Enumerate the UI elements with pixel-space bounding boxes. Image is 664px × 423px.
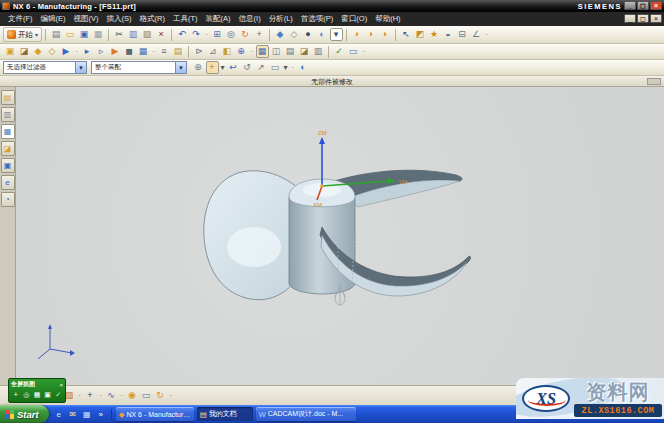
menu-window[interactable]: 窗口(O) (337, 14, 371, 24)
menu-format[interactable]: 格式(R) (136, 14, 169, 24)
arrow-up-right-icon[interactable]: ↗ (255, 61, 268, 74)
screen-capture-overlay[interactable]: 全屏抓图 × +◎▦▣✓ (8, 378, 66, 403)
toolbar-overflow-dot[interactable]: · (151, 45, 157, 58)
menu-file[interactable]: 文件(F) (4, 14, 37, 24)
close-button[interactable]: × (650, 1, 662, 10)
capture-image-icon[interactable]: ▣ (43, 389, 52, 399)
method-view-icon[interactable]: ▥ (312, 45, 325, 58)
taskbar-start-button[interactable]: Start (0, 405, 49, 423)
tool-display-icon[interactable]: ⊿ (207, 45, 220, 58)
toolbar-overflow-dot[interactable]: · (168, 389, 174, 402)
replay-toolpath-icon[interactable]: ▹ (95, 45, 108, 58)
task-word-document[interactable]: WCADCAM设计.doc - M... (256, 407, 356, 421)
measure-angle-icon[interactable]: ∠ (470, 28, 483, 41)
list-toolpath-icon[interactable]: ≡ (158, 45, 171, 58)
capture-zoom-icon[interactable]: ◎ (22, 389, 31, 399)
toolbar-overflow-dot[interactable]: · (290, 61, 296, 74)
selection-scope-combo[interactable]: 整个装配 ▼ (91, 61, 187, 74)
tab-part-navigator[interactable]: ▦ (1, 124, 15, 139)
snap-view-2-icon[interactable]: ◗ (365, 28, 378, 41)
mcs-icon[interactable]: ⊕ (235, 45, 248, 58)
graphics-viewport[interactable]: ZM YM XM (16, 87, 664, 405)
snap-point-icon[interactable]: + (206, 61, 219, 74)
mdi-close-button[interactable]: × (650, 14, 662, 23)
pan-icon[interactable]: + (253, 28, 266, 41)
create-program-icon[interactable]: ▣ (4, 45, 17, 58)
task-my-documents[interactable]: ▤我的文档 (197, 407, 253, 421)
face-analysis-icon[interactable]: ◐ (316, 28, 329, 41)
restore-button[interactable]: ◻ (637, 1, 649, 10)
quicklaunch-mail-icon[interactable]: ✉ (67, 409, 78, 420)
program-order-view-icon[interactable]: ▤ (284, 45, 297, 58)
selection-filter-icon[interactable]: ◩ (414, 28, 427, 41)
tab-constraint-navigator[interactable]: ▥ (1, 107, 15, 122)
tab-assembly-navigator[interactable]: ▤ (1, 90, 15, 105)
menu-information[interactable]: 信息(I) (235, 14, 265, 24)
geometry-view-icon[interactable]: ▦ (256, 45, 269, 58)
toolbar-overflow-dot[interactable]: · (484, 28, 490, 41)
menu-preferences[interactable]: 首选项(P) (297, 14, 338, 24)
refresh-icon[interactable]: ↻ (154, 389, 167, 402)
task-nx-manufacturing[interactable]: ◆NX 6 - Manufacturing -... (116, 407, 194, 421)
copy-icon[interactable]: ▥ (127, 28, 140, 41)
capture-ok-icon[interactable]: ✓ (54, 389, 63, 399)
toolbar-overflow-dot[interactable]: · (249, 45, 255, 58)
snap-settings-icon[interactable]: ⊛ (192, 61, 205, 74)
menu-analysis[interactable]: 分析(L) (265, 14, 297, 24)
studio-render-icon[interactable]: ● (302, 28, 315, 41)
undo-selection-icon[interactable]: ↩ (227, 61, 240, 74)
open-folder-icon[interactable]: ▭ (64, 28, 77, 41)
tool-view-icon[interactable]: ◪ (298, 45, 311, 58)
boundary-icon[interactable]: ▭ (347, 45, 360, 58)
toolbar-overflow-dot[interactable]: · (98, 389, 104, 402)
shaded-view-icon[interactable]: ◆ (274, 28, 287, 41)
snap-view-1-icon[interactable]: ◗ (351, 28, 364, 41)
window-icon[interactable]: ▭ (140, 389, 153, 402)
viewport-3d-model[interactable]: ZM YM XM (16, 87, 664, 405)
quick-pick-icon[interactable]: ★ (428, 28, 441, 41)
tab-history[interactable]: ◔ (1, 192, 15, 207)
menu-edit[interactable]: 编辑(E) (37, 14, 70, 24)
save-icon[interactable]: ▣ (78, 28, 91, 41)
quicklaunch-ie-icon[interactable]: e (53, 409, 64, 420)
caret-down-icon[interactable]: ▾ (220, 61, 226, 74)
show-hide-icon[interactable]: ◒ (442, 28, 455, 41)
select-arrow-icon[interactable]: ↖ (400, 28, 413, 41)
capture-hand-icon[interactable]: + (12, 389, 21, 399)
create-tool-icon[interactable]: ◪ (18, 45, 31, 58)
quicklaunch-overflow[interactable]: » (95, 409, 106, 420)
orbit-icon[interactable]: ↺ (241, 61, 254, 74)
create-method-icon[interactable]: ◇ (46, 45, 59, 58)
menu-assemblies[interactable]: 装配(A) (202, 14, 235, 24)
fit-view-icon[interactable]: ⊞ (211, 28, 224, 41)
workpiece-icon[interactable]: ◧ (221, 45, 234, 58)
delete-icon[interactable]: × (155, 28, 168, 41)
postprocess-icon[interactable]: ▦ (137, 45, 150, 58)
point-constructor-icon[interactable]: + (84, 389, 97, 402)
menu-insert[interactable]: 插入(S) (103, 14, 136, 24)
snap-view-3-icon[interactable]: ◗ (379, 28, 392, 41)
mdi-minimize-button[interactable]: _ (624, 14, 636, 23)
capture-grid-icon[interactable]: ▦ (33, 389, 42, 399)
redo-icon[interactable]: ↷ (190, 28, 203, 41)
menu-help[interactable]: 帮助(H) (371, 14, 404, 24)
machine-tool-view-icon[interactable]: ◫ (270, 45, 283, 58)
minimize-button[interactable]: _ (624, 1, 636, 10)
wireframe-view-icon[interactable]: ◇ (288, 28, 301, 41)
create-operation-icon[interactable]: ▶ (60, 45, 73, 58)
print-icon[interactable]: ▦ (92, 28, 105, 41)
menu-tools[interactable]: 工具(T) (169, 14, 202, 24)
spline-icon[interactable]: ∿ (105, 389, 118, 402)
undo-icon[interactable]: ↶ (176, 28, 189, 41)
chevron-down-icon[interactable]: ▼ (175, 62, 186, 73)
verify-toolpath-icon[interactable]: ▶ (109, 45, 122, 58)
view-preset-dropdown[interactable]: ▾ (330, 28, 343, 41)
paste-icon[interactable]: ▧ (141, 28, 154, 41)
toolbar-overflow-dot[interactable]: · (77, 389, 83, 402)
hint-bar-grip[interactable] (647, 78, 661, 85)
tab-internet-explorer[interactable]: e (1, 175, 15, 190)
toolbar-overflow-dot[interactable]: · (361, 45, 367, 58)
chevron-down-icon[interactable]: ▼ (75, 62, 86, 73)
rect-select-icon[interactable]: ▭ (269, 61, 282, 74)
cut-icon[interactable]: ✂ (113, 28, 126, 41)
